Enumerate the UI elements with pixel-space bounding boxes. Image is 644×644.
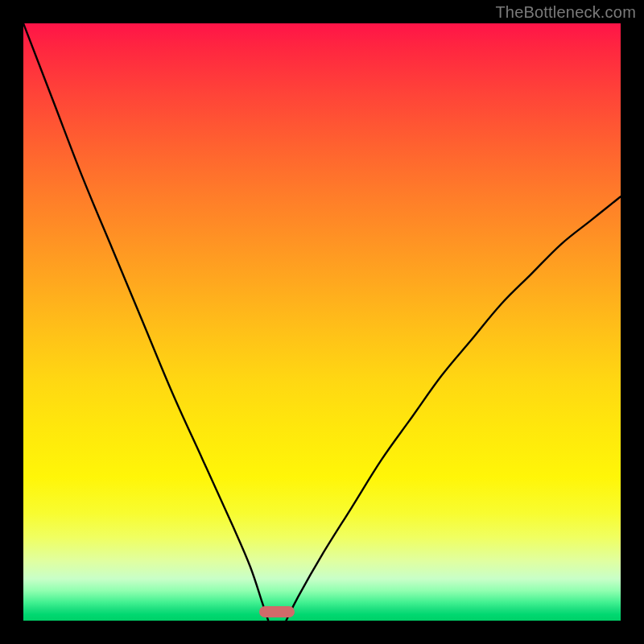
bottleneck-marker <box>259 606 295 617</box>
watermark-text: TheBottleneck.com <box>495 3 636 22</box>
curve-right-branch <box>286 196 621 621</box>
plot-area <box>23 23 621 621</box>
bottleneck-curve <box>23 23 621 621</box>
curve-left-branch <box>23 23 268 621</box>
chart-frame: TheBottleneck.com <box>0 0 644 644</box>
